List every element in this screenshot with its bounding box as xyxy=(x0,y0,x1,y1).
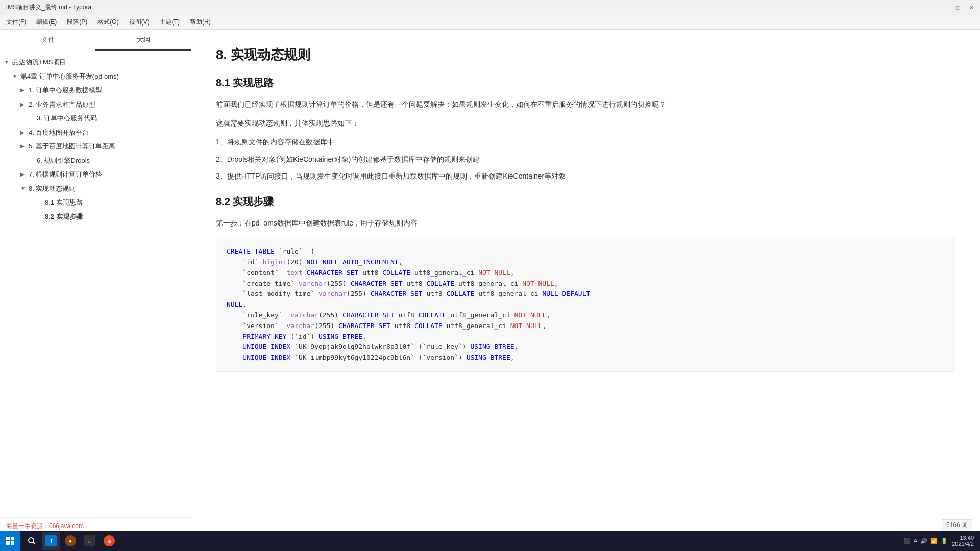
code-line-10: UNIQUE INDEX `UK_9yepjak9olg92holwkr8p3l… xyxy=(227,342,945,353)
svg-point-4 xyxy=(29,538,34,543)
taskbar-system-icons: ⬛ A 🔊 📶 🔋 xyxy=(903,538,948,544)
arrow-icon: ▶ xyxy=(20,101,29,108)
taskbar-app-1[interactable]: T xyxy=(42,532,60,550)
menubar-item[interactable]: 编辑(E) xyxy=(32,17,61,28)
menubar-item[interactable]: 主题(T) xyxy=(156,17,184,28)
tree-label: 4. 百度地图开放平台 xyxy=(29,128,89,138)
doc-list-1: 1、将规则文件的内容存储在数据库中 xyxy=(216,136,955,148)
code-line-11: UNIQUE INDEX `UK_ilmbp99kyt6gy10224pc9bl… xyxy=(227,353,945,363)
taskbar: T ● □ ◉ ⬛ A 🔊 📶 🔋 13:40 2021/4/2 xyxy=(0,531,980,551)
minimize-button[interactable]: — xyxy=(940,3,949,12)
indent-spacer xyxy=(37,212,45,222)
arrow-icon: ▶ xyxy=(20,142,29,150)
speaker-icon[interactable]: 🔊 xyxy=(920,538,927,544)
tree-label: 6. 规则引擎Drools xyxy=(37,156,90,166)
tree-item-8-1[interactable]: 8.1 实现思路 xyxy=(0,195,191,210)
typora-icon: T xyxy=(45,535,57,546)
doc-list-2: 2、Drools相关对象(例如KieContainer对象)的创建都基于数据库中… xyxy=(216,153,955,166)
titlebar: TMS项目讲义_最终.md - Typora — □ ✕ xyxy=(0,0,980,15)
menubar-item[interactable]: 视图(V) xyxy=(125,17,154,28)
tree-item-5[interactable]: ▶ 5. 基于百度地图计算订单距离 xyxy=(0,139,191,154)
app-icon-4: ◉ xyxy=(104,535,115,546)
language-icon[interactable]: A xyxy=(914,538,917,544)
doc-para-1: 前面我们已经实现了根据规则计算订单的价格，但是还有一个问题要解决：如果规则发生变… xyxy=(216,98,955,111)
svg-rect-3 xyxy=(11,541,14,545)
tree-label: 第4章 订单中心服务开发(pd-oms) xyxy=(20,71,119,82)
tree-label: 5. 基于百度地图计算订单距离 xyxy=(29,141,115,152)
arrow-icon: ▼ xyxy=(12,72,20,80)
start-button[interactable] xyxy=(0,531,20,551)
tree-item-4[interactable]: ▶ 4. 百度地图开放平台 xyxy=(0,126,191,140)
doc-para-2: 这就需要实现动态规则，具体实现思路如下： xyxy=(216,117,955,130)
sidebar: 文件 大纲 ▼ 品达物流TMS项目 ▼ 第4章 订单中心服务开发(pd-oms)… xyxy=(0,30,191,551)
tree-item-3[interactable]: 3. 订单中心服务代码 xyxy=(0,111,191,126)
tab-files[interactable]: 文件 xyxy=(0,30,95,51)
tree-item-6[interactable]: 6. 规则引擎Drools xyxy=(0,154,191,168)
battery-icon[interactable]: 🔋 xyxy=(941,538,948,544)
taskbar-clock[interactable]: 13:40 2021/4/2 xyxy=(952,535,974,547)
tree-item-1[interactable]: ▶ 1. 订单中心服务数据模型 xyxy=(0,83,191,97)
tree-label: 2. 业务需求和产品原型 xyxy=(29,99,95,110)
watermark-text: 海量一手资源：666java.com xyxy=(6,522,84,530)
doc-h2-2: 8.2 实现步骤 xyxy=(216,195,955,209)
code-line-8: `version` varchar(255) CHARACTER SET utf… xyxy=(227,321,945,332)
tree-item-8-2[interactable]: 8.2 实现步骤 xyxy=(0,210,191,224)
svg-line-5 xyxy=(33,542,35,544)
menubar: 文件(F)编辑(E)段落(P)格式(O)视图(V)主题(T)帮助(H) xyxy=(0,15,980,30)
menubar-item[interactable]: 文件(F) xyxy=(2,17,30,28)
network-icon[interactable]: 📶 xyxy=(930,538,938,544)
code-line-3: `content` text CHARACTER SET utf8 COLLAT… xyxy=(227,268,945,279)
tree-label: 1. 订单中心服务数据模型 xyxy=(29,85,102,95)
code-line-9: PRIMARY KEY (`id`) USING BTREE, xyxy=(227,332,945,342)
arrow-icon: ▼ xyxy=(4,58,12,66)
svg-rect-2 xyxy=(6,541,10,545)
tree-item-root[interactable]: ▼ 品达物流TMS项目 xyxy=(0,55,191,69)
app-icon-3: □ xyxy=(84,535,95,546)
code-line-4: `create_time` varchar(255) CHARACTER SET… xyxy=(227,279,945,289)
menubar-item[interactable]: 格式(O) xyxy=(93,17,122,28)
tree-item-2[interactable]: ▶ 2. 业务需求和产品原型 xyxy=(0,97,191,112)
tree-label: 7. 根据规则计算订单价格 xyxy=(29,169,102,180)
doc-title-h1: 8. 实现动态规则 xyxy=(216,46,955,64)
clock-time: 13:40 xyxy=(952,535,974,541)
taskbar-app-3[interactable]: □ xyxy=(81,532,99,550)
code-line-6: NULL, xyxy=(227,299,945,310)
tree-label: 8.2 实现步骤 xyxy=(45,212,83,222)
menubar-item[interactable]: 帮助(H) xyxy=(186,17,215,28)
indent-spacer xyxy=(29,156,37,166)
tree-item-ch4[interactable]: ▼ 第4章 订单中心服务开发(pd-oms) xyxy=(0,69,191,84)
code-line-7: `rule_key` varchar(255) CHARACTER SET ut… xyxy=(227,310,945,321)
taskbar-apps: T ● □ ◉ xyxy=(20,532,120,550)
main-content: 8. 实现动态规则 8.1 实现思路 前面我们已经实现了根据规则计算订单的价格，… xyxy=(191,30,980,551)
code-block: CREATE TABLE `rule` ( `id` bigint(20) NO… xyxy=(216,238,955,372)
taskbar-app-2[interactable]: ● xyxy=(61,532,80,550)
doc-para-3: 第一步：在pd_oms数据库中创建数据表rule，用于存储规则内容 xyxy=(216,217,955,230)
close-button[interactable]: ✕ xyxy=(967,3,976,12)
word-count: 5166 词 xyxy=(942,519,972,531)
tree-item-8[interactable]: ▼ 8. 实现动态规则 xyxy=(0,182,191,196)
tree-item-7[interactable]: ▶ 7. 根据规则计算订单价格 xyxy=(0,167,191,182)
taskbar-app-4[interactable]: ◉ xyxy=(100,532,118,550)
indent-spacer xyxy=(37,197,45,208)
windows-icon xyxy=(6,537,14,545)
arrow-icon: ▶ xyxy=(20,86,29,94)
taskbar-search[interactable] xyxy=(22,532,41,550)
tab-outline[interactable]: 大纲 xyxy=(95,30,191,51)
app-icon-2: ● xyxy=(65,535,76,546)
doc-list-3: 3、提供HTTP访问接口，当规则发生变化时调用此接口重新加载数据库中的规则，重新… xyxy=(216,170,955,183)
menubar-item[interactable]: 段落(P) xyxy=(63,17,91,28)
indent-spacer xyxy=(29,113,37,123)
arrow-icon: ▶ xyxy=(20,129,29,136)
code-line-1: CREATE TABLE `rule` ( xyxy=(227,246,945,257)
svg-rect-1 xyxy=(11,537,14,540)
window-title: TMS项目讲义_最终.md - Typora xyxy=(4,3,91,12)
arrow-icon: ▼ xyxy=(20,185,29,192)
notification-icon[interactable]: ⬛ xyxy=(903,538,911,544)
taskbar-right: ⬛ A 🔊 📶 🔋 13:40 2021/4/2 xyxy=(897,535,980,547)
maximize-button[interactable]: □ xyxy=(953,3,963,12)
tree-label: 8. 实现动态规则 xyxy=(29,184,76,194)
window-controls: — □ ✕ xyxy=(940,3,976,12)
arrow-icon: ▶ xyxy=(20,170,29,178)
sidebar-tabs: 文件 大纲 xyxy=(0,30,191,51)
sidebar-tree: ▼ 品达物流TMS项目 ▼ 第4章 订单中心服务开发(pd-oms) ▶ 1. … xyxy=(0,51,191,517)
